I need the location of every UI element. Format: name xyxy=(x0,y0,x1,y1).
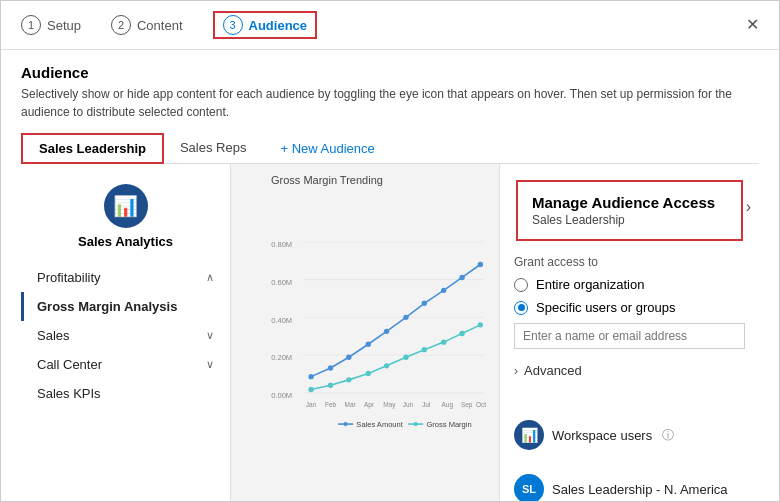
svg-text:Apr: Apr xyxy=(364,401,375,409)
svg-point-27 xyxy=(441,339,446,344)
manage-access-header-wrap: Manage Audience Access Sales Leadership … xyxy=(508,172,751,241)
chevron-profitability: ∧ xyxy=(206,271,214,284)
modal-body: Audience Selectively show or hide app co… xyxy=(1,50,779,501)
info-icon[interactable]: ⓘ xyxy=(662,427,674,444)
chart-svg: 0.80M 0.60M 0.40M 0.20M 0.00M xyxy=(241,190,489,477)
radio-label-specific-users: Specific users or groups xyxy=(536,300,675,315)
svg-text:Aug: Aug xyxy=(442,401,454,409)
chevron-sales: ∨ xyxy=(206,329,214,342)
svg-text:Jan: Jan xyxy=(306,401,317,408)
svg-text:Jun: Jun xyxy=(403,401,414,408)
nav-item-sales[interactable]: Sales ∨ xyxy=(21,321,230,350)
step-label-setup: Setup xyxy=(47,18,81,33)
nav-item-sales-kpis[interactable]: Sales KPIs xyxy=(21,379,230,408)
workspace-label: Workspace users xyxy=(552,428,652,443)
svg-text:Gross Margin: Gross Margin xyxy=(426,420,471,429)
svg-text:0.60M: 0.60M xyxy=(271,278,292,287)
svg-point-10 xyxy=(308,374,313,379)
nav-label-sales-kpis: Sales KPIs xyxy=(37,386,101,401)
panel-chevron-right[interactable]: › xyxy=(746,198,751,216)
svg-point-29 xyxy=(478,322,483,327)
svg-point-41 xyxy=(343,422,347,426)
manage-access-title: Manage Audience Access xyxy=(532,194,727,211)
app-icon-glyph: 📊 xyxy=(113,194,138,218)
advanced-chevron-icon: › xyxy=(514,364,518,378)
nav-item-gross-margin[interactable]: Gross Margin Analysis xyxy=(21,292,230,321)
nav-label-gross-margin: Gross Margin Analysis xyxy=(37,299,177,314)
svg-point-20 xyxy=(308,387,313,392)
svg-text:Feb: Feb xyxy=(325,401,337,408)
svg-point-11 xyxy=(328,365,333,370)
radio-btn-specific-users[interactable] xyxy=(514,301,528,315)
tabs-bar: Sales Leadership Sales Reps + New Audien… xyxy=(21,133,759,164)
svg-point-24 xyxy=(384,363,389,368)
new-audience-button[interactable]: + New Audience xyxy=(270,137,384,160)
manage-access-header: Manage Audience Access Sales Leadership xyxy=(516,180,743,241)
svg-point-22 xyxy=(346,377,351,382)
user-row-0: SL Sales Leadership - N. America xyxy=(500,468,759,501)
svg-point-21 xyxy=(328,383,333,388)
svg-text:Sales Amount: Sales Amount xyxy=(356,420,403,429)
svg-text:0.80M: 0.80M xyxy=(271,240,292,249)
workspace-users-row: 📊 Workspace users ⓘ xyxy=(500,414,759,456)
step-circle-1: 1 xyxy=(21,15,41,35)
radio-label-entire-org: Entire organization xyxy=(536,277,644,292)
svg-point-13 xyxy=(366,342,371,347)
app-icon-area: 📊 Sales Analytics xyxy=(21,174,230,263)
svg-point-19 xyxy=(478,262,483,267)
svg-text:0.20M: 0.20M xyxy=(271,353,292,362)
svg-point-44 xyxy=(414,422,418,426)
step-setup: 1 Setup xyxy=(21,15,81,35)
svg-text:Sep: Sep xyxy=(461,401,473,409)
svg-point-18 xyxy=(459,275,464,280)
svg-point-12 xyxy=(346,355,351,360)
svg-point-25 xyxy=(403,355,408,360)
advanced-row[interactable]: › Advanced xyxy=(514,359,745,382)
svg-point-16 xyxy=(422,301,427,306)
section-desc: Selectively show or hide app content for… xyxy=(21,85,759,121)
advanced-label: Advanced xyxy=(524,363,582,378)
svg-text:May: May xyxy=(383,401,396,409)
radio-btn-entire-org[interactable] xyxy=(514,278,528,292)
step-active-box: 3 Audience xyxy=(213,11,318,39)
svg-text:Oct: Oct xyxy=(476,401,486,408)
step-circle-3: 3 xyxy=(223,15,243,35)
svg-point-23 xyxy=(366,371,371,376)
tab-sales-leadership[interactable]: Sales Leadership xyxy=(21,133,164,164)
modal-container: 1 Setup 2 Content 3 Audience ✕ Audience … xyxy=(0,0,780,502)
right-panel-body: Grant access to Entire organization Spec… xyxy=(500,241,759,402)
right-panel: Manage Audience Access Sales Leadership … xyxy=(499,164,759,501)
chevron-call-center: ∨ xyxy=(206,358,214,371)
nav-label-sales: Sales xyxy=(37,328,70,343)
nav-label-profitability: Profitability xyxy=(37,270,101,285)
nav-item-call-center[interactable]: Call Center ∨ xyxy=(21,350,230,379)
step-label-content: Content xyxy=(137,18,183,33)
app-name: Sales Analytics xyxy=(78,234,173,249)
svg-text:Jul: Jul xyxy=(422,401,430,408)
radio-specific-users[interactable]: Specific users or groups xyxy=(514,300,745,315)
tab-sales-reps[interactable]: Sales Reps xyxy=(164,134,262,163)
radio-entire-org[interactable]: Entire organization xyxy=(514,277,745,292)
nav-label-call-center: Call Center xyxy=(37,357,102,372)
app-icon: 📊 xyxy=(104,184,148,228)
step-audience: 3 Audience xyxy=(213,11,318,39)
chart-title: Gross Margin Trending xyxy=(271,174,489,186)
svg-point-14 xyxy=(384,329,389,334)
svg-point-26 xyxy=(422,347,427,352)
user-avatar-0: SL xyxy=(514,474,544,501)
step-circle-2: 2 xyxy=(111,15,131,35)
workspace-icon: 📊 xyxy=(514,420,544,450)
content-area: 📊 Sales Analytics Profitability ∧ Gross … xyxy=(21,164,759,501)
close-button[interactable]: ✕ xyxy=(746,17,759,33)
user-name-0: Sales Leadership - N. America xyxy=(552,482,728,497)
manage-access-subtitle: Sales Leadership xyxy=(532,213,727,227)
section-title: Audience xyxy=(21,64,759,81)
svg-text:0.00M: 0.00M xyxy=(271,391,292,400)
svg-text:0.40M: 0.40M xyxy=(271,316,292,325)
step-label-audience: Audience xyxy=(249,18,308,33)
svg-text:Mar: Mar xyxy=(345,401,357,408)
modal-header: 1 Setup 2 Content 3 Audience ✕ xyxy=(1,1,779,50)
nav-item-profitability[interactable]: Profitability ∧ xyxy=(21,263,230,292)
email-input[interactable] xyxy=(514,323,745,349)
svg-point-28 xyxy=(459,331,464,336)
